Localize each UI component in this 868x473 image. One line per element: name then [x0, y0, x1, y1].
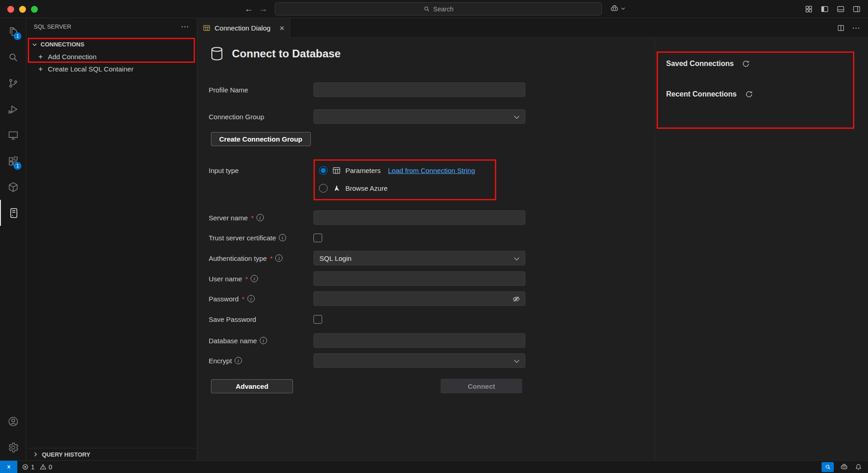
password-input[interactable] — [313, 291, 525, 306]
editor-group: Connection Dialog × ⋯ Connect to Databas… — [197, 18, 868, 460]
search-icon — [423, 5, 430, 12]
customize-layout-icon[interactable] — [805, 5, 813, 13]
info-icon: i — [247, 295, 255, 302]
close-icon[interactable]: × — [279, 25, 284, 32]
form-buttons-row: Advanced — [209, 379, 293, 393]
copilot-icon — [610, 4, 619, 13]
close-window-button[interactable] — [7, 6, 14, 13]
auth-type-select[interactable]: SQL Login — [313, 251, 525, 265]
refresh-icon[interactable] — [745, 90, 753, 98]
auth-type-value: SQL Login — [319, 254, 351, 262]
encrypt-row: Encrypt i — [209, 353, 525, 368]
refresh-icon[interactable] — [742, 60, 750, 68]
zoom-status-icon[interactable] — [822, 462, 834, 472]
encrypt-label: Encrypt i — [209, 357, 313, 365]
save-password-label: Save Password — [209, 315, 313, 323]
extensions-badge: 1 — [14, 162, 21, 170]
recent-connections-row: Recent Connections — [666, 88, 753, 101]
trust-cert-checkbox[interactable] — [313, 234, 322, 242]
create-local-sql-container-item[interactable]: + Create Local SQL Container — [26, 63, 197, 75]
forward-icon[interactable]: → — [257, 3, 269, 15]
database-name-row: Database name i — [209, 333, 525, 348]
browse-azure-radio-row: Browse Azure — [319, 181, 388, 195]
copilot-menu-button[interactable] — [610, 4, 626, 13]
more-actions-icon[interactable]: ⋯ — [181, 22, 190, 31]
minimize-window-button[interactable] — [19, 6, 26, 13]
saved-connections-label: Saved Connections — [666, 60, 734, 68]
info-icon: i — [257, 214, 264, 221]
connection-group-select[interactable] — [313, 109, 525, 124]
more-actions-icon[interactable]: ⋯ — [852, 23, 861, 33]
parameters-label[interactable]: Parameters — [345, 167, 381, 174]
info-icon: i — [251, 275, 258, 282]
trust-cert-row: Trust server certificate i — [209, 230, 322, 245]
info-icon: i — [279, 234, 286, 241]
sidebar-title-bar: SQL SERVER ⋯ — [26, 18, 197, 35]
password-row: Password* i — [209, 291, 525, 306]
back-icon[interactable]: ← — [243, 3, 255, 15]
connections-panel: Saved Connections Recent Connections — [655, 38, 868, 460]
user-name-input[interactable] — [313, 271, 525, 286]
toggle-panel-icon[interactable] — [837, 5, 845, 13]
connection-group-row: Connection Group — [209, 109, 525, 124]
copilot-status-icon[interactable] — [840, 463, 848, 471]
add-connection-item[interactable]: + Add Connection — [26, 51, 197, 63]
explorer-badge: 1 — [14, 32, 21, 40]
parameters-table-icon — [332, 166, 341, 175]
advanced-button[interactable]: Advanced — [211, 379, 293, 393]
query-history-section-header[interactable]: QUERY HISTORY — [26, 448, 197, 460]
containers-icon[interactable] — [0, 174, 26, 200]
connection-group-label: Connection Group — [209, 113, 313, 121]
editor-actions: ⋯ — [837, 18, 868, 37]
connection-form: Connect to Database Profile Name Connect… — [197, 38, 655, 460]
input-type-label: Input type — [209, 167, 313, 174]
split-editor-icon[interactable] — [837, 24, 845, 32]
encrypt-select[interactable] — [313, 353, 525, 368]
server-name-label: Server name* i — [209, 214, 313, 222]
activity-bar: 1 1 — [0, 18, 26, 460]
explorer-icon[interactable]: 1 — [0, 18, 26, 44]
notifications-bell-icon[interactable] — [854, 463, 863, 471]
settings-gear-icon[interactable] — [0, 434, 26, 460]
profile-name-input[interactable] — [313, 82, 525, 97]
toggle-sidebar-icon[interactable] — [821, 5, 829, 13]
run-debug-icon[interactable] — [0, 96, 26, 122]
status-bar-right — [822, 462, 868, 472]
user-name-label: User name* i — [209, 275, 313, 283]
database-name-input[interactable] — [313, 333, 525, 348]
browse-azure-label[interactable]: Browse Azure — [345, 184, 388, 192]
remote-explorer-icon[interactable] — [0, 122, 26, 148]
load-connection-string-link[interactable]: Load from Connection String — [388, 167, 475, 174]
server-name-input[interactable] — [313, 210, 525, 225]
connect-button[interactable]: Connect — [441, 379, 522, 393]
auth-type-label: Authentication type* i — [209, 254, 313, 262]
source-control-icon[interactable] — [0, 70, 26, 96]
user-name-row: User name* i — [209, 271, 525, 286]
connection-dialog-icon — [203, 24, 211, 32]
titlebar: ← → Search — [0, 0, 868, 18]
parameters-radio-row: Parameters Load from Connection String — [319, 163, 475, 178]
save-password-checkbox[interactable] — [313, 315, 322, 324]
create-connection-group-button[interactable]: Create Connection Group — [211, 132, 311, 146]
password-label: Password* i — [209, 295, 313, 303]
error-icon — [22, 463, 29, 470]
parameters-radio[interactable] — [319, 166, 328, 175]
save-password-row: Save Password — [209, 312, 322, 326]
search-view-icon[interactable] — [0, 44, 26, 70]
maximize-window-button[interactable] — [31, 6, 38, 13]
extensions-icon[interactable]: 1 — [0, 148, 26, 174]
toggle-secondary-sidebar-icon[interactable] — [853, 5, 861, 13]
browse-azure-radio[interactable] — [319, 184, 328, 193]
problems-indicator[interactable]: 1 0 — [22, 463, 52, 471]
toggle-password-visibility-icon[interactable] — [512, 295, 520, 303]
remote-indicator[interactable] — [0, 461, 17, 473]
sql-server-view-icon[interactable] — [0, 200, 26, 226]
connection-dialog-webview: Connect to Database Profile Name Connect… — [197, 38, 868, 460]
warning-count: 0 — [49, 463, 52, 471]
connections-section-header[interactable]: CONNECTIONS — [26, 38, 197, 51]
database-icon — [209, 46, 225, 62]
tab-connection-dialog[interactable]: Connection Dialog × — [197, 18, 290, 38]
search-input[interactable]: Search — [275, 2, 602, 15]
accounts-icon[interactable] — [0, 408, 26, 434]
info-icon: i — [260, 337, 267, 344]
